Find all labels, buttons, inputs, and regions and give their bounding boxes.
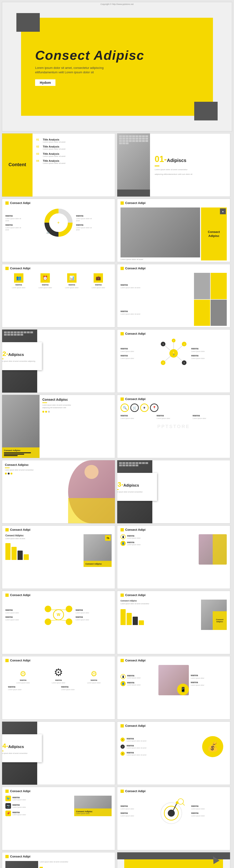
wanna-label-6b-3: wanna	[192, 414, 227, 417]
slide8b-left: 📱 wanna Lorem ipsum dolor 👤 wanna Lorem …	[121, 534, 197, 565]
slide6b-body: 🔍 🛒 ✈ 📍 wanna Lorem ipsum dolor wanna Lo…	[117, 402, 230, 421]
svg-point-28	[45, 619, 51, 625]
wanna-sub-6b-2: Lorem ipsum dolor	[157, 417, 191, 420]
wanna-label-10b-2: wanna	[127, 681, 140, 684]
slide12a-photo: Consect Adipisc Lorem ipsum dolor	[74, 796, 112, 816]
wanna-12b-4: wanna Lorem ipsum dolor	[191, 812, 207, 817]
photo-sim-1	[121, 208, 200, 257]
slide12a-body: 🐦 wanna Lorem ipsum dolor 📷 wanna Lorem …	[2, 794, 115, 817]
gear-icon-1: ⚙	[20, 670, 26, 678]
slide-4b-wanna-photo: Consect Adipi wanna Lorem ipsum dolor si…	[117, 264, 230, 328]
gear-sub-1: Lorem ipsum dolor	[17, 682, 30, 684]
page-wrapper: Copyright © http://www.pptstore.net Cons…	[0, 0, 234, 868]
wanna-5b-2: wanna Lorem ipsum dolor	[121, 354, 136, 360]
slide8b-header: Consect Adipi	[117, 526, 230, 533]
svg-line-33	[58, 620, 67, 621]
clock-icon: ⏰	[43, 275, 48, 281]
wanna-item-4: wanna Lorem ipsum dolor sit amet	[76, 224, 92, 231]
slide2a-label: Content	[8, 162, 26, 167]
slide12b-body: wanna Lorem ipsum dolor wanna Lorem ipsu…	[117, 794, 230, 827]
slide4a-icons-row: 👥 wanna Lorem ipsum dolor ⏰ wanna Lorem …	[2, 272, 115, 290]
dot-2	[45, 411, 47, 413]
wanna-label-8b-1: wanna	[127, 534, 140, 537]
wanna-10a-extra-2: wanna Lorem ipsum dolor	[61, 685, 109, 691]
icon-label-2: wanna	[42, 284, 48, 286]
wanna-item-1: wanna Lorem ipsum dolor sit amet	[5, 215, 21, 222]
yellow-box-4a	[5, 267, 9, 270]
slide10b-title: Consect Adipi	[125, 659, 146, 662]
content-item-4: 04 Title Analysis Lorem ipsum dolor sit …	[36, 159, 111, 164]
social-item-1: 🐦 wanna Lorem ipsum dolor	[5, 796, 72, 801]
svg-text:✈: ✈	[57, 221, 60, 224]
key	[132, 135, 135, 137]
key	[145, 140, 148, 142]
wanna-label-5b-4: wanna	[191, 354, 207, 357]
slide12a-overlay: Consect Adipisc Lorem ipsum dolor	[74, 808, 112, 816]
key	[139, 135, 141, 137]
slide5b-right: wanna Lorem ipsum dolor wanna Lorem ipsu…	[191, 338, 227, 369]
slide13a-body: Consect Adipisc Lorem ipsum dolor sit am…	[2, 860, 115, 868]
svg-text:2: 2	[184, 343, 185, 345]
item-title-4: Title Analysis	[43, 159, 65, 162]
bar-chart-4	[24, 554, 29, 560]
wanna-label-1: wanna	[5, 215, 21, 217]
item-sub-4: Lorem ipsum dolor sit amet	[43, 162, 65, 164]
slide7a-photo	[68, 460, 115, 523]
slide3b-left: Lorem ipsum dolor sit amet	[121, 208, 200, 260]
slide1-title: Consect Adipisc	[35, 48, 145, 63]
wanna-12a-1: wanna	[12, 796, 26, 799]
wanna-label-10a-2: wanna	[61, 685, 109, 688]
slide-row-7: Consect Adipisc Lorem ipsum dolor sit am…	[2, 460, 232, 524]
key	[129, 135, 132, 137]
key	[132, 138, 135, 140]
slide6a-overlay: Consect Adipisc	[2, 447, 40, 458]
wanna-9a-3: wanna Lorem ipsum dolor	[76, 609, 92, 614]
slide11b-header: Consect Adipi	[117, 722, 230, 729]
svg-line-40	[183, 803, 185, 805]
slide4b-title: Consect Adipi	[125, 267, 146, 270]
key	[135, 135, 138, 137]
dot-7a-3	[10, 473, 12, 474]
gear-label-3: wanna	[90, 679, 97, 681]
key	[122, 138, 125, 140]
num-item-2: 2 wanna Lorem ipsum dolor sit amet	[121, 744, 196, 749]
yellow-box-9a	[5, 593, 9, 597]
slide-3b-collage: Consect Adipi Lorem ipsum dolor sit amet…	[117, 198, 230, 262]
slide8a-chart: Consect Adipisc Lorem ipsum dolor sit am…	[5, 534, 81, 567]
yellow-box-11b	[121, 724, 124, 727]
person-icon-circle: 👤	[121, 681, 126, 686]
wanna-9a-4: wanna Lorem ipsum dolor	[76, 616, 92, 621]
slide13a-content: Lorem ipsum dolor sit amet consectetur	[40, 861, 112, 868]
slide12a-overlay-sub: Lorem ipsum dolor	[76, 813, 110, 814]
wanna-11b-label-2: wanna	[127, 744, 146, 747]
key	[7, 334, 10, 336]
wanna-label-12b-2: wanna	[121, 812, 136, 814]
slide1-badge: Hydom	[35, 80, 55, 86]
wanna-12a-2: wanna	[12, 804, 26, 806]
slide7a-text: Lorem ipsum dolor sit amet consectetur	[5, 469, 65, 471]
content-text-3: Title Analysis Lorem ipsum dolor sit ame…	[43, 152, 65, 158]
slide8b-title: Consect Adipi	[125, 528, 146, 531]
phone-icon-circle: 📱	[121, 674, 126, 679]
slide11b-list: 1 wanna Lorem ipsum dolor sit amet 2 wan…	[121, 730, 196, 763]
photo-cell-4	[211, 300, 227, 326]
plane-icon-circle: ✈	[140, 404, 149, 412]
wanna-label-12b-3: wanna	[191, 805, 207, 807]
slide4b-header: Consect Adipi	[117, 264, 230, 272]
wanna-sub-9a-3: Lorem ipsum dolor	[76, 612, 92, 614]
wanna-label-10b-3: wanna	[191, 674, 207, 677]
yellow-box-10b	[121, 659, 124, 662]
slide9a-left: wanna Lorem ipsum dolor wanna Lorem ipsu…	[5, 599, 42, 630]
bar-chart-1	[5, 543, 10, 560]
num-item-1: 1 wanna Lorem ipsum dolor sit amet	[121, 737, 196, 742]
pptstore-watermark: PPTSTORE	[157, 424, 190, 429]
slide10a-header: Consect Adipi	[2, 656, 115, 663]
slide9a-network-diagram: W	[43, 599, 74, 630]
social-text-3: wanna Lorem ipsum dolor	[12, 811, 26, 816]
slide13a-text: Lorem ipsum dolor sit amet consectetur	[40, 861, 112, 863]
key	[7, 332, 10, 333]
key	[142, 138, 145, 140]
slide-12b-tool: Consect Adipi wanna Lorem ipsum dolor wa…	[117, 787, 230, 850]
svg-text:3: 3	[163, 343, 164, 345]
slide8a-chart-text: Lorem ipsum dolor sit amet	[5, 538, 81, 539]
